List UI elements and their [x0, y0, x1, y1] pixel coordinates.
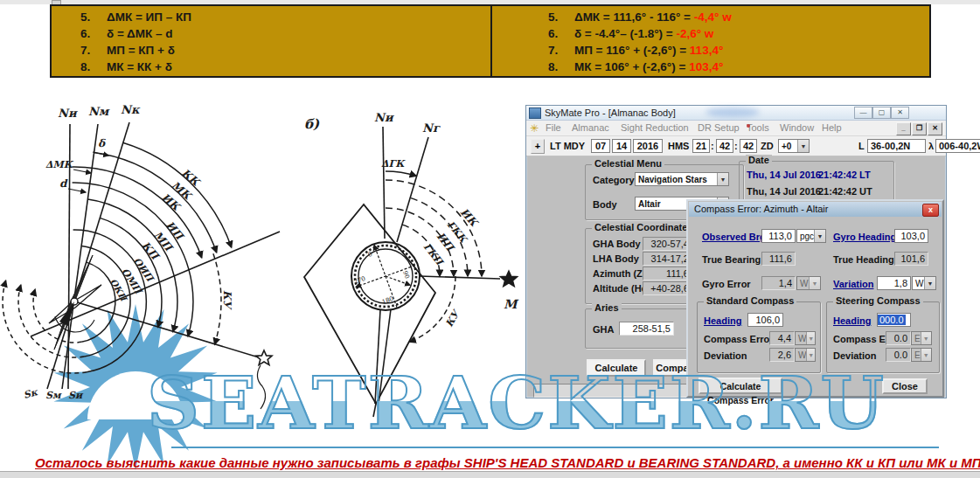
formula-expression: МП = 116° + (-2,6°) = — [574, 44, 690, 57]
menu-almanac[interactable]: Almanac — [572, 122, 609, 133]
mdi-close-button[interactable]: ✕ — [928, 122, 942, 135]
app-icon — [529, 107, 541, 119]
observed-brg-unit: pgc — [797, 232, 814, 241]
figure-b-label: б) — [304, 116, 320, 132]
dgk-label: ΔГК — [381, 158, 406, 170]
variation-field[interactable]: 1,8 — [877, 276, 911, 290]
formula-result: 113,4° — [690, 44, 723, 57]
group-title: Celestial Coordinates — [592, 222, 695, 232]
chevron-down-icon[interactable]: ▼ — [797, 140, 809, 152]
lt-mdy-label: LT MDY — [550, 141, 585, 151]
south-compass-label: Sк — [22, 386, 39, 401]
formula-text: δ = ΔМК – d — [107, 27, 173, 40]
aero-glass-artifact — [705, 107, 760, 117]
mdi-minimize-button[interactable]: _ — [896, 122, 911, 135]
colon: : — [711, 141, 714, 151]
std-heading-field[interactable]: 106,0 — [747, 313, 783, 327]
zd-combo[interactable]: +0 ▼ — [778, 139, 810, 153]
minimize-button[interactable]: — — [854, 107, 872, 119]
formula-number: 5. — [80, 9, 107, 25]
calculate-compass-error-button[interactable]: Calculate Compass Error — [699, 378, 782, 394]
chevron-down-icon: ▼ — [806, 332, 815, 344]
menu-tools[interactable]: Tools — [747, 122, 769, 133]
gyro-error-unit-combo: W ▼ — [796, 276, 821, 290]
north-magnetic-label: Nм — [88, 105, 110, 118]
north-gyro-label: Nг — [422, 121, 441, 135]
lat-label: L — [858, 141, 865, 151]
window-title: SkyMate Pro - [Almanac Body] — [545, 107, 676, 118]
chevron-down-icon[interactable]: ▼ — [717, 173, 728, 185]
north-compass-label: Nк — [121, 103, 141, 116]
star-symbol-b — [500, 271, 517, 287]
observed-brg-field[interactable]: 113,0 — [761, 229, 796, 243]
formula-expression: δ = -4.4°– (-1.8°) = — [574, 27, 677, 40]
formula-number: 8. — [548, 59, 574, 75]
formula-row: 5.ΔМК = ИП – КП — [80, 9, 490, 25]
category-combo[interactable]: Navigation Stars ▼ — [635, 172, 729, 186]
menu-sight-reduction[interactable]: Sight Reduction — [621, 122, 689, 133]
compass-diagram-b: б) Nи Nг ΔГК ИК ГКК ИП ГКП КУ М 0 90 180… — [288, 92, 551, 424]
formula-cell-numeric: 5.ΔМК = 111,6° - 116° = -4,4° w 6.δ = -4… — [490, 6, 929, 76]
formula-number: 5. — [548, 9, 574, 25]
gyro-heading-field[interactable]: 103,0 — [894, 229, 928, 243]
strg-heading-field[interactable]: 000.0 — [877, 313, 911, 327]
mdi-restore-button[interactable]: ❐ — [912, 122, 927, 135]
hour-field[interactable]: 21 — [692, 139, 710, 153]
observed-brg-unit-combo[interactable]: pgc ▼ — [796, 229, 826, 243]
formula-row: 5.ΔМК = 111,6° - 116° = -4,4° w — [548, 9, 929, 25]
menu-help[interactable]: Help — [822, 122, 842, 133]
formula-number: 7. — [80, 42, 107, 59]
formula-expression: ΔМК = 111,6° - 116° = — [574, 10, 694, 24]
std-deviation-unit: W — [796, 350, 806, 360]
dialog-close-action-button[interactable]: Close — [882, 378, 928, 394]
strg-error-field: 0.0 — [886, 331, 911, 345]
dialog-close-button[interactable]: x — [922, 204, 939, 217]
std-error-unit: W — [796, 334, 806, 343]
page: 5.ΔМК = ИП – КП 6.δ = ΔМК – d 7.МП = КП … — [0, 0, 980, 478]
maximize-button[interactable]: ▢ — [872, 107, 891, 119]
altitude-field: +40-28,6 — [643, 281, 692, 295]
chevron-down-icon: ▼ — [806, 349, 815, 361]
minute-field[interactable]: 42 — [716, 139, 733, 153]
group-title: Aries — [592, 302, 622, 313]
true-heading-field: 101,6 — [894, 252, 928, 266]
strg-deviation-label: Deviation — [833, 350, 877, 361]
close-button[interactable]: ✕ — [891, 107, 909, 119]
true-bearing-label: True Bearing — [702, 254, 761, 265]
lon-field[interactable]: 006-40,2W — [935, 139, 980, 153]
chevron-down-icon: ▼ — [921, 332, 931, 344]
variation-unit: W — [913, 279, 924, 288]
month-field[interactable]: 07 — [591, 139, 610, 153]
std-deviation-unit-combo: W ▼ — [795, 348, 816, 362]
compass-error-dialog: Compass Error: Azimuth - Altair x Observ… — [686, 199, 944, 398]
card-90: 90 — [401, 270, 411, 280]
window-titlebar[interactable]: SkyMate Pro - [Almanac Body] — ▢ ✕ — [526, 106, 946, 121]
chevron-down-icon[interactable]: ▼ — [814, 230, 825, 242]
gha-body-label: GHA Body — [593, 239, 641, 249]
second-field[interactable]: 42 — [740, 139, 757, 153]
menu-file[interactable]: File — [546, 122, 561, 133]
std-error-field: 4,4 — [769, 331, 795, 345]
calculate-button[interactable]: Calculate — [587, 359, 646, 377]
menu-dr-setup[interactable]: DR Setup — [698, 122, 740, 133]
chevron-down-icon[interactable]: ▼ — [924, 277, 935, 289]
formula-result: 103,4° — [689, 60, 723, 73]
year-field[interactable]: 2016 — [633, 139, 663, 153]
formula-row: 6.δ = ΔМК – d — [80, 25, 490, 42]
std-error-label: Compass Error — [704, 334, 773, 344]
plus-button[interactable]: + — [531, 139, 545, 154]
compass-needle — [49, 255, 101, 350]
strg-deviation-unit: E — [912, 350, 921, 360]
strg-deviation-field: 0.0 — [886, 348, 911, 362]
dialog-titlebar[interactable]: Compass Error: Azimuth - Altair x — [689, 202, 942, 217]
gha-body-field: 320-57,4 — [643, 237, 692, 251]
std-deviation-field: 2,6 — [769, 348, 795, 362]
time-ut: 21:42:42 UT — [818, 186, 872, 197]
variation-unit-combo[interactable]: W ▼ — [912, 276, 936, 290]
lat-field[interactable]: 36-00,2N — [867, 139, 926, 153]
chevron-down-icon: ▼ — [809, 277, 820, 289]
day-field[interactable]: 14 — [612, 139, 631, 153]
delta-label: δ — [98, 137, 106, 149]
menu-window[interactable]: Window — [780, 122, 814, 133]
gyro-error-label: Gyro Error — [702, 279, 751, 289]
